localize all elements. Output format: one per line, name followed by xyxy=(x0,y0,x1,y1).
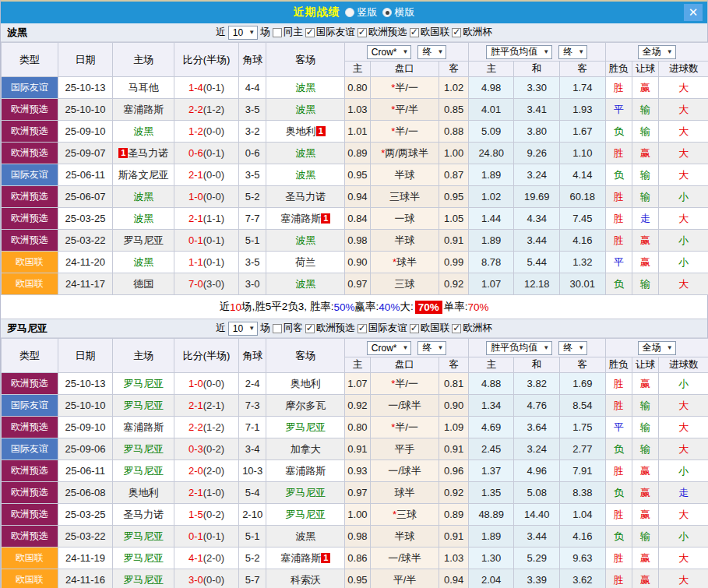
sub-header-handicap-result: 让球 xyxy=(632,62,658,77)
records-table-2: 类型 日期 主场 比分(半场) 角球 客场 Crow*▼ 终▼ 胜平负均值▼ 终… xyxy=(1,338,708,588)
avg-win-cell: 2.45 xyxy=(468,438,514,460)
handicap-cell: 半球 xyxy=(370,164,439,186)
col-header-date: 日期 xyxy=(58,43,113,77)
bookmaker-select[interactable]: Crow*▼ xyxy=(367,45,412,59)
checkbox-icon[interactable] xyxy=(273,324,282,333)
final-odds-select-2[interactable]: 终▼ xyxy=(558,341,587,355)
home-team-cell: 1圣马力诺 xyxy=(113,143,174,164)
checkbox-icon[interactable] xyxy=(452,324,461,333)
goals-result-cell: 小 xyxy=(659,186,708,208)
home-odds-cell: 0.84 xyxy=(345,208,370,230)
radio-vertical-label[interactable]: 竖版 xyxy=(358,5,378,19)
avg-group-header: 胜平负均值▼ 终▼ xyxy=(468,43,605,62)
away-team-cell: 波黑 xyxy=(266,99,345,121)
match-date-cell: 25-03-22 xyxy=(58,230,113,252)
match-row: 国际友谊25-09-06罗马尼亚0-3(0-2)3-4加拿大0.91平手0.91… xyxy=(2,438,708,460)
away-team-name: 荷兰 xyxy=(295,256,315,268)
match-date-cell: 25-09-10 xyxy=(58,417,113,438)
avg-draw-cell: 14.40 xyxy=(514,504,560,526)
recent-count-select[interactable]: 10▼ xyxy=(228,26,258,40)
home-team-cell: 罗马尼亚 xyxy=(113,460,174,482)
league-checkbox[interactable]: 国际友谊 xyxy=(305,26,355,39)
final-odds-select-1[interactable]: 终▼ xyxy=(417,341,446,355)
league-checkbox[interactable]: 国际友谊 xyxy=(358,322,407,335)
home-team-name: 德国 xyxy=(133,278,153,290)
avg-lose-cell: 1.69 xyxy=(560,373,606,395)
league-checkbox[interactable]: 欧洲杯 xyxy=(452,26,492,39)
match-date-cell: 25-09-10 xyxy=(58,121,113,143)
home-team-name: 罗马尼亚 xyxy=(123,234,164,246)
corner-cell: 3-0 xyxy=(238,273,266,295)
radio-horizontal-label[interactable]: 横版 xyxy=(395,5,415,19)
avg-odds-select[interactable]: 胜平负均值▼ xyxy=(486,341,552,355)
chevron-down-icon: ▼ xyxy=(248,29,255,36)
odds-group-header: Crow*▼ 终▼ xyxy=(345,339,469,357)
checkbox-icon[interactable] xyxy=(273,28,282,37)
handicap-cell: 一/球半 xyxy=(370,548,439,569)
score-cell: 4-1(2-0) xyxy=(174,548,239,569)
league-checkbox[interactable]: 欧洲预选 xyxy=(358,26,407,39)
corner-cell: 3-5 xyxy=(238,99,266,121)
checkbox-icon[interactable] xyxy=(452,28,461,37)
checkbox-icon[interactable] xyxy=(305,324,315,333)
handicap-cell: 三球半 xyxy=(370,186,439,208)
avg-odds-select[interactable]: 胜平负均值▼ xyxy=(486,45,552,59)
avg-win-cell: 1.02 xyxy=(468,186,514,208)
away-team-name: 圣马力诺 xyxy=(285,191,326,202)
radio-vertical-icon[interactable] xyxy=(345,8,354,17)
fullmatch-select[interactable]: 全场▼ xyxy=(638,341,676,355)
close-icon[interactable]: ✕ xyxy=(684,4,703,21)
checkbox-icon[interactable] xyxy=(305,28,315,37)
same-venue-checkbox[interactable]: 同客 xyxy=(273,322,303,335)
league-checkbox[interactable]: 欧国联 xyxy=(410,322,450,335)
layout-radio-vertical[interactable]: 竖版 xyxy=(345,5,378,19)
avg-win-cell: 8.78 xyxy=(468,252,514,273)
match-row: 欧洲预选25-03-22罗马尼亚0-1(0-1)5-1波黑0.98半球0.911… xyxy=(2,526,708,548)
avg-win-cell: 1.44 xyxy=(468,208,514,230)
match-type-cell: 欧国联 xyxy=(2,569,58,588)
avg-lose-cell: 3.62 xyxy=(560,569,606,588)
avg-lose-cell: 1.67 xyxy=(560,121,606,143)
match-date-cell: 24-11-19 xyxy=(58,548,113,569)
result-cell: 平 xyxy=(605,99,632,121)
match-date-cell: 25-06-11 xyxy=(58,164,113,186)
bookmaker-select[interactable]: Crow*▼ xyxy=(367,341,412,355)
final-odds-select-1[interactable]: 终▼ xyxy=(417,45,446,59)
score-cell: 1-1(0-1) xyxy=(174,252,239,273)
layout-radio-horizontal[interactable]: 横版 xyxy=(382,5,415,19)
corner-cell: 5-7 xyxy=(238,569,266,588)
match-row: 欧洲预选25-06-11罗马尼亚2-0(2-0)10-3塞浦路斯0.93一/球半… xyxy=(2,460,708,482)
checkbox-icon[interactable] xyxy=(358,324,367,333)
team-filter-bar-2: 罗马尼亚 近10▼场同客欧洲预选国际友谊欧国联欧洲杯 xyxy=(1,319,707,338)
home-team-name: 波黑 xyxy=(133,256,153,268)
summary-segment: 大: xyxy=(400,300,413,314)
home-odds-cell: 0.98 xyxy=(345,526,370,548)
avg-lose-cell: 1.10 xyxy=(560,143,606,164)
away-team-name: 罗马尼亚 xyxy=(285,421,326,433)
match-type-cell: 欧洲预选 xyxy=(2,208,58,230)
league-checkbox[interactable]: 欧国联 xyxy=(410,26,450,39)
match-row: 国际友谊25-06-11斯洛文尼亚2-1(0-0)3-5波黑0.95半球0.87… xyxy=(2,164,708,186)
league-checkbox[interactable]: 欧洲杯 xyxy=(452,322,492,335)
checkbox-icon[interactable] xyxy=(410,324,419,333)
radio-horizontal-icon[interactable] xyxy=(382,8,392,17)
dialog-titlebar: 近期战绩 竖版 横版 ✕ xyxy=(1,2,707,23)
match-type-cell: 国际友谊 xyxy=(2,395,58,417)
recent-count-select[interactable]: 10▼ xyxy=(228,322,258,336)
match-date-cell: 25-09-06 xyxy=(58,438,113,460)
match-type-cell: 欧洲预选 xyxy=(2,460,58,482)
result-cell: 负 xyxy=(605,526,632,548)
final-odds-select-2[interactable]: 终▼ xyxy=(558,45,587,59)
checkbox-icon[interactable] xyxy=(410,28,419,37)
handicap-cell: 半球 xyxy=(370,230,439,252)
fullmatch-select[interactable]: 全场▼ xyxy=(638,45,676,59)
away-team-cell: 摩尔多瓦 xyxy=(266,395,345,417)
checkbox-icon[interactable] xyxy=(358,28,367,37)
goals-result-cell: 大 xyxy=(659,208,708,230)
avg-draw-cell: 4.96 xyxy=(514,460,560,482)
handicap-cell: 平/半 xyxy=(370,569,439,588)
same-venue-checkbox[interactable]: 同主 xyxy=(273,26,303,39)
handicap-cell: 球半 xyxy=(370,482,439,504)
league-checkbox[interactable]: 欧洲预选 xyxy=(305,322,355,335)
corner-cell: 5-2 xyxy=(238,548,266,569)
